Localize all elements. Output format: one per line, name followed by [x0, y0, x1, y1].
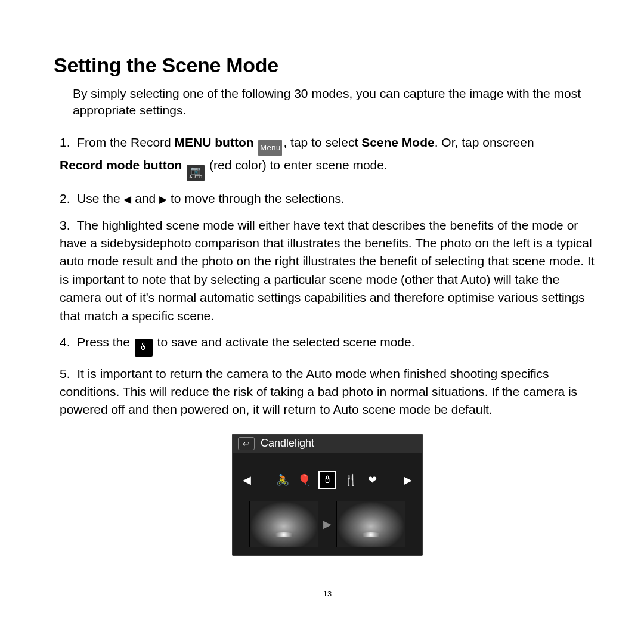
intro-text: By simply selecting one of the following… [73, 85, 601, 119]
screenshot-title: Candlelight [261, 437, 314, 450]
page-number: 13 [54, 589, 601, 598]
mode-icon-food: 🍴 [343, 473, 358, 487]
candle-icon: 🕯 [135, 339, 153, 357]
mode-icon-candle-selected: 🕯 [318, 471, 336, 489]
triangle-right-icon: ▶ [159, 194, 167, 205]
nav-left-icon: ◀ [239, 471, 255, 489]
mode-icon-sports: 🚴 [275, 473, 290, 487]
camera-screenshot: ↩ Candlelight ◀ 🚴 🎈 🕯 🍴 ❤ ▶ ▶ [232, 434, 423, 556]
mode-icon-party: 🎈 [297, 473, 311, 487]
comparison-row: ▶ [233, 497, 422, 555]
step-1: 1. From the Record MENU button Menu, tap… [60, 134, 601, 181]
step-3: 3. The highlighted scene mode will eithe… [60, 216, 601, 326]
screenshot-header: ↩ Candlelight [233, 435, 422, 453]
record-mode-icon: 📷 AUTO [187, 165, 205, 181]
menu-icon: Menu [258, 140, 282, 156]
back-icon: ↩ [238, 437, 255, 450]
step-5: 5. It is important to return the camera … [60, 365, 601, 419]
triangle-left-icon: ◀ [123, 194, 131, 205]
step-4: 4. Press the 🕯 to save and activate the … [60, 333, 601, 356]
nav-right-icon: ▶ [400, 471, 416, 489]
page-heading: Setting the Scene Mode [54, 54, 601, 77]
step-2: 2. Use the ◀ and ▶ to move through the s… [60, 190, 601, 208]
thumb-after [336, 501, 405, 547]
mode-icons-row: 🚴 🎈 🕯 🍴 ❤ [275, 471, 379, 489]
steps-list: 1. From the Record MENU button Menu, tap… [60, 134, 601, 419]
mode-icon-love: ❤ [365, 473, 379, 487]
arrow-icon: ▶ [323, 518, 332, 531]
thumb-before [249, 501, 318, 547]
